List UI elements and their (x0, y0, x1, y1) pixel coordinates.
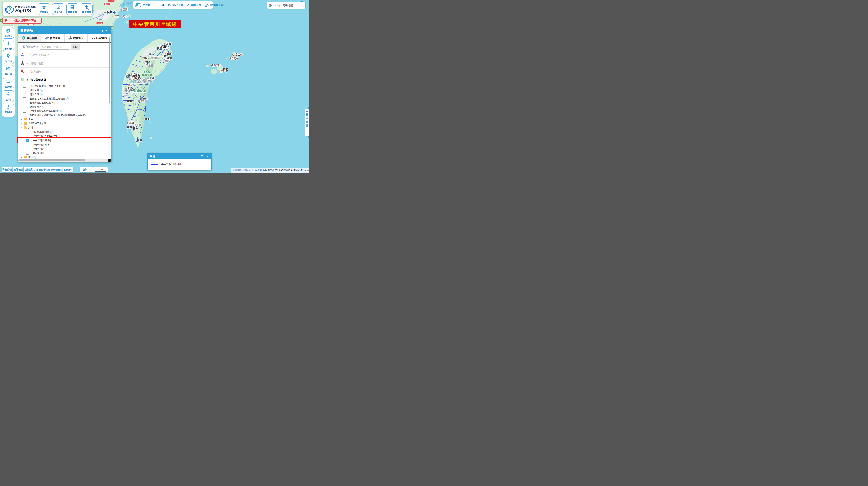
coord-mode-select[interactable]: 經緯度 ∨ (24, 168, 36, 171)
checkbox[interactable] (23, 93, 26, 96)
close-icon[interactable]: ✕ (104, 29, 108, 32)
agency-link[interactable]: 農業部農村發展及水土保持署 (232, 169, 262, 172)
slider-track[interactable] (154, 5, 164, 5)
info-icon[interactable]: i (50, 131, 53, 133)
checkbox[interactable] (23, 89, 26, 92)
sidebar-item-1[interactable]: 帳號登入 (3, 27, 14, 38)
search-start-button[interactable]: start (71, 44, 80, 50)
scrollbar-thumb[interactable] (18, 160, 85, 161)
layer-row[interactable]: 中央管河川河堤 (18, 143, 111, 147)
keyword-search-input[interactable] (40, 44, 70, 50)
layer-row[interactable]: 縣市管河川 (18, 151, 111, 155)
layer-row[interactable]: 野溪集水區i (18, 105, 111, 109)
category-3[interactable]: ▸防災資訊 (18, 67, 111, 76)
category-2[interactable]: ▸路網與地標 (18, 59, 111, 67)
checkbox[interactable] (23, 114, 26, 117)
layer-row[interactable]: 中央管區域排水設施範圍線i (18, 109, 111, 113)
disaster-event-banner[interactable]: 2025重大災害事件專區 (2, 18, 42, 24)
nav-button-1[interactable]: 基礎圖層 (38, 3, 50, 15)
info-icon[interactable]: i (40, 89, 42, 92)
nav-button-2[interactable]: 模式分析 (52, 3, 64, 15)
nav-button-4[interactable]: 圖資搜尋 (81, 3, 93, 15)
layer-row[interactable]: 治山防災構造物分布圖_20200401 (18, 84, 111, 88)
checkbox[interactable] (23, 106, 26, 108)
layer-row[interactable]: 全國飲用水水源水質保護區範圍圖i (18, 96, 111, 101)
sidebar-item-3[interactable]: 定位工具 (3, 53, 14, 64)
layer-row[interactable]: 河川河道i (18, 88, 111, 92)
tab-2[interactable]: 衛星影像 (41, 34, 64, 42)
tab-4[interactable]: UAV空拍 (88, 34, 111, 42)
category-4[interactable]: ▼水文與集水區 (18, 76, 111, 84)
unit-select[interactable]: 公制 ∨ (80, 167, 93, 172)
legend-header[interactable]: 圖例 ✕ (148, 153, 211, 159)
scrollbar-thumb[interactable] (109, 37, 111, 104)
folder-label: 河川 (28, 126, 33, 130)
performance-button[interactable]: 效能檢測 (13, 167, 24, 172)
checkbox[interactable] (23, 110, 26, 113)
checkbox[interactable] (26, 152, 29, 154)
checkbox[interactable] (26, 131, 29, 133)
folder-row[interactable]: ∨水庫 (18, 117, 111, 121)
share-url-button[interactable]: 網址分享 (185, 1, 203, 9)
chevron-right-icon[interactable]: 〉 (21, 126, 23, 129)
folder-row[interactable]: ∨排水i (18, 155, 111, 160)
minimize-icon[interactable] (95, 29, 98, 31)
panel-header[interactable]: 圖層選項 ✕ (18, 27, 111, 34)
info-icon[interactable]: i (66, 97, 69, 100)
maximize-icon[interactable] (100, 30, 102, 32)
legend-panel: 圖例 ✕ 中央管河川區域線 (147, 153, 212, 170)
measure-tool-button[interactable]: 2D測量工具 (203, 1, 225, 9)
refresh-arc-icon[interactable] (301, 1, 304, 4)
panel-horizontal-scrollbar[interactable] (18, 159, 111, 162)
info-icon[interactable]: i (59, 110, 62, 112)
layer-row[interactable]: 中央管河川界點(113年) (18, 134, 111, 138)
slider-knob[interactable] (162, 4, 164, 6)
folder-row[interactable]: ∨全臺839子集水區 (18, 121, 111, 125)
sidebar-item-7[interactable]: 街景模式 (3, 103, 14, 114)
checkbox-checked[interactable]: ✓ (26, 139, 29, 142)
info-icon[interactable]: i (34, 156, 36, 159)
sidebar-item-6[interactable]: 3D2D/3D (3, 90, 14, 102)
map-label: 礁溪 (166, 52, 172, 55)
toggle-switch[interactable] (135, 3, 142, 7)
layer-row[interactable]: 全省野溪界址點位圖(97) (18, 101, 111, 105)
chevron-down-icon[interactable]: ∨ (21, 118, 23, 121)
satellite-icon (45, 36, 50, 41)
category-1[interactable]: ▸行政及土地區界 (18, 51, 111, 59)
layer-row[interactable]: 河川支流i (18, 92, 111, 96)
sidebar-item-4[interactable]: 輔助工具 (3, 65, 14, 77)
tab-1[interactable]: 核心圖層 (18, 34, 41, 42)
left-window-toggle[interactable]: 左視窗 (133, 1, 152, 9)
checkbox[interactable] (26, 135, 29, 138)
layer-manager-tab[interactable]: ◀ 圖層管理 (305, 109, 309, 137)
layer-row[interactable]: 縣市管河川及區域排水之上游坡地範圍圖(農村水保署) (18, 113, 111, 117)
checkbox[interactable] (26, 144, 29, 146)
biggis-logo[interactable]: 巨量空間資訊系統 BigGIS (4, 4, 36, 14)
tab-3[interactable]: 航空照片 (64, 34, 88, 42)
chevron-down-icon[interactable]: ∨ (21, 156, 23, 159)
checkbox[interactable] (23, 97, 26, 100)
layer-row[interactable]: ✓中央管河川區域線 (18, 138, 111, 143)
event-banner-label: 2025重大災害事件專區 (9, 19, 36, 22)
sidebar-item-5[interactable]: 視窗切換 (3, 78, 14, 89)
minimize-icon[interactable] (196, 155, 199, 157)
info-icon[interactable]: i (42, 106, 45, 108)
info-icon[interactable]: i (40, 93, 42, 96)
checkbox[interactable] (23, 85, 26, 88)
basemap-selector[interactable]: Google 電子地圖 ▼ (267, 2, 305, 9)
dropdown-caret-icon[interactable]: ▼ (302, 5, 304, 7)
checkbox[interactable] (23, 102, 26, 104)
nav-button-3[interactable]: 資訊彙整 (66, 3, 78, 15)
checkbox[interactable] (26, 148, 29, 150)
sidebar-item-2[interactable]: 臺灣視角 (3, 40, 14, 51)
layer-row[interactable]: 中央管河川 (18, 147, 111, 151)
kmz-download-button[interactable]: KMZ下載 (166, 1, 185, 9)
opacity-slider[interactable] (152, 1, 166, 9)
arrow-right-icon[interactable]: ▸ (21, 46, 22, 48)
layer-row[interactable]: 河川流域範圍圖i (18, 130, 111, 134)
maximize-icon[interactable] (201, 155, 204, 158)
close-icon[interactable]: ✕ (205, 155, 209, 158)
chevron-down-icon[interactable]: ∨ (21, 122, 23, 125)
folder-row[interactable]: 〉河川 (18, 125, 111, 130)
help-button[interactable]: 導覽說明 (2, 167, 12, 172)
